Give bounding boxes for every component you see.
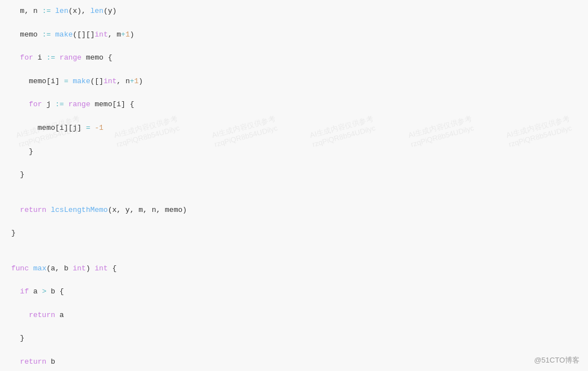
code-line: if a > b { bbox=[11, 286, 577, 298]
code-line: memo[i] = make([]int, n+1) bbox=[11, 76, 577, 88]
code-line: return lcsLengthMemo(x, y, m, n, memo) bbox=[11, 205, 577, 216]
code-line: return a bbox=[11, 310, 577, 322]
code-line: } bbox=[11, 333, 577, 345]
code-line: memo[i][j] = -1 bbox=[11, 123, 577, 134]
code-line: } bbox=[11, 228, 577, 239]
code-line: func max(a, b int) int { bbox=[11, 263, 577, 275]
code-section: AI生成内容仅供参考rzqPiQR8b54UDilyc AI生成内容仅供参考rz… bbox=[0, 0, 588, 371]
code-line: for j := range memo[i] { bbox=[11, 99, 577, 111]
code-block: m, n := len(x), len(y) memo := make([][]… bbox=[11, 6, 577, 371]
code-line: m, n := len(x), len(y) bbox=[11, 6, 577, 17]
code-line: return b bbox=[11, 356, 577, 368]
code-line: } bbox=[11, 146, 577, 158]
code-line: for i := range memo { bbox=[11, 52, 577, 64]
code-line: memo := make([][]int, m+1) bbox=[11, 29, 577, 41]
code-line: } bbox=[11, 169, 577, 181]
